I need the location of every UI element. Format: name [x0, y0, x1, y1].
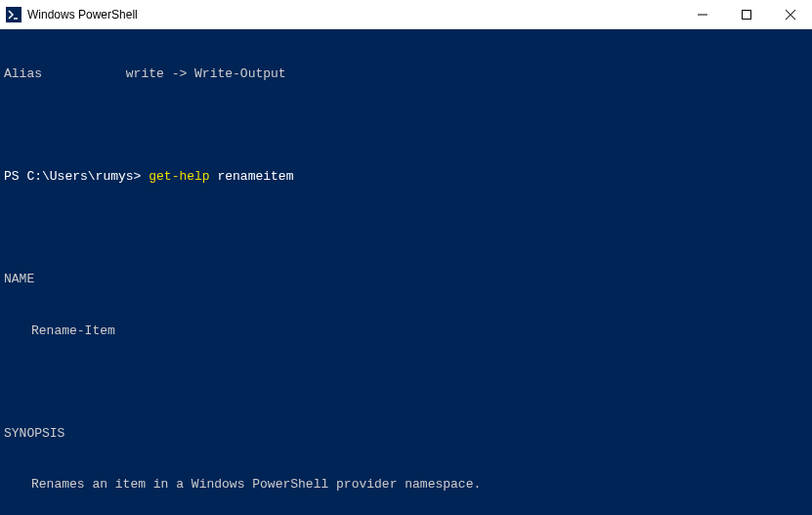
maximize-button[interactable] [724, 0, 768, 29]
blank-line [4, 117, 808, 135]
terminal-output[interactable]: Alias write -> Write-Output PS C:\Users\… [0, 29, 812, 515]
blank-line [4, 373, 808, 391]
name-value: Rename-Item [4, 322, 808, 340]
title-bar: Windows PowerShell [0, 0, 812, 29]
synopsis-value: Renames an item in a Windows PowerShell … [4, 476, 808, 494]
section-header: NAME [4, 271, 808, 288]
close-button[interactable] [768, 0, 812, 29]
minimize-button[interactable] [680, 0, 724, 29]
powershell-icon [6, 7, 21, 22]
prompt-line: PS C:\Users\rumys> get-help renameitem [4, 168, 808, 186]
window-title: Windows PowerShell [27, 8, 138, 21]
command-arg: renameitem [217, 168, 293, 186]
prompt-text: PS C:\Users\rumys> [4, 168, 149, 186]
output-line: Alias write -> Write-Output [4, 65, 808, 83]
svg-rect-2 [742, 10, 750, 19]
command-cmdlet: get-help [149, 168, 217, 186]
blank-line [4, 220, 808, 237]
section-header: SYNOPSIS [4, 425, 808, 443]
window-controls [680, 0, 812, 29]
title-left: Windows PowerShell [6, 7, 138, 22]
